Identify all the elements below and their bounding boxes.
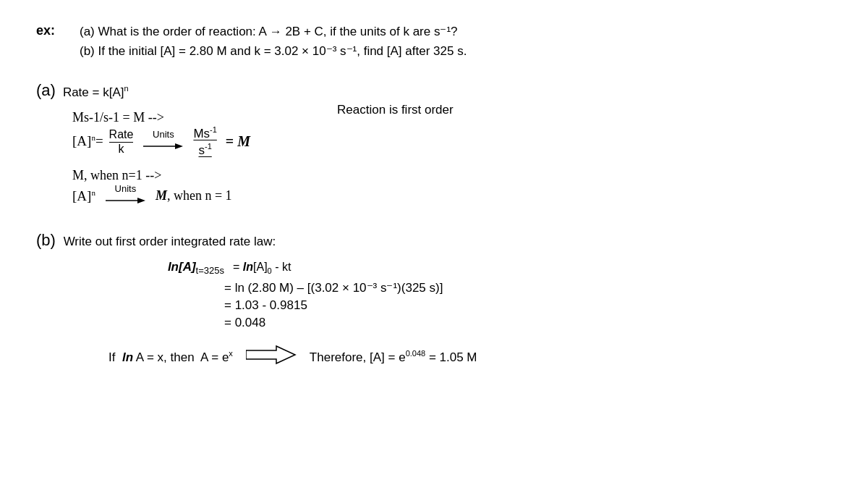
units-arrow-wrapper: Units: [143, 129, 183, 155]
rhs-line3: = 1.03 - 0.9815: [224, 298, 832, 313]
units-label-top: Units: [153, 129, 174, 140]
ln-lhs: ln[A]t=325s: [109, 260, 224, 276]
if-statement: If ln A = x, then A = ex: [109, 349, 233, 365]
rate-over-k: Rate k: [109, 128, 134, 156]
intro-line2: (b) If the initial [A] = 2.80 M and k = …: [80, 41, 467, 61]
part-a-equation: Rate = k[A]n: [63, 84, 129, 100]
therefore-statement: Therefore, [A] = e0.048 = 1.05 M: [310, 349, 477, 365]
bracket-an: [A]n=: [72, 133, 103, 149]
ln-rhs1: = ln[A]0 - kt: [233, 261, 291, 275]
part-b-label: (b): [36, 231, 56, 249]
part-a-label: (a): [36, 81, 56, 100]
reaction-note: Reaction is first order: [337, 103, 454, 117]
svg-marker-4: [246, 346, 295, 363]
hollow-arrow: [246, 345, 297, 369]
units-label-top2: Units: [115, 183, 137, 194]
svg-marker-3: [137, 198, 145, 203]
units-arrow-wrapper2: Units: [106, 183, 145, 209]
m-when-n: M, when n = 1: [156, 188, 232, 203]
intro-line1: (a) What is the order of reaction: A → 2…: [80, 22, 467, 41]
rhs-line2: = ln (2.80 M) – [(3.02 × 10⁻³ s⁻¹)(325 s…: [224, 280, 832, 295]
ms-fraction: Ms-1 s-1: [193, 125, 216, 157]
arrow-right-units: [143, 140, 183, 155]
part-b-description: Write out first order integrated rate la…: [64, 235, 276, 248]
rhs-line4: = 0.048: [224, 316, 832, 330]
svg-marker-1: [175, 143, 183, 149]
arrow-right-units2: [106, 194, 145, 209]
equals-M: = M: [226, 133, 250, 150]
bracket-an2: [A]n: [72, 188, 95, 204]
ex-label: ex:: [36, 22, 65, 38]
